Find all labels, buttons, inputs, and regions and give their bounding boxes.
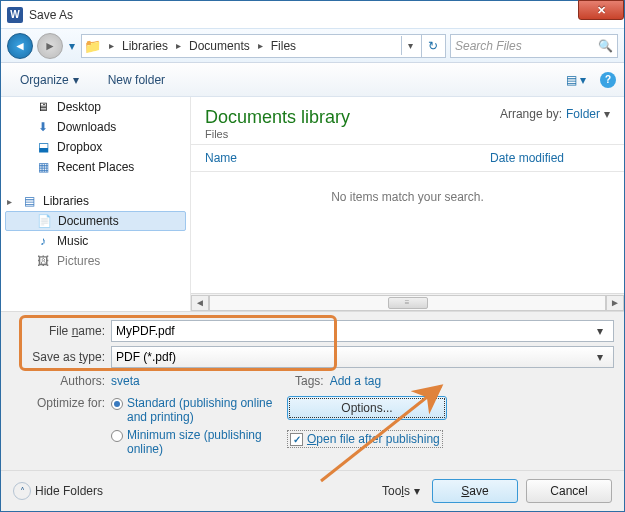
save-as-type-label: Save as type: (11, 350, 111, 364)
chevron-down-icon[interactable]: ▾ (591, 324, 609, 338)
dropbox-icon: ⬓ (35, 140, 51, 154)
checkbox-icon: ✓ (290, 433, 303, 446)
pictures-icon: 🖼 (35, 254, 51, 268)
save-form: File name: MyPDF.pdf ▾ Save as type: PDF… (1, 311, 624, 470)
tags-label: Tags: (280, 374, 330, 388)
documents-icon: 📄 (36, 214, 52, 228)
new-folder-button[interactable]: New folder (108, 73, 165, 87)
filename-label: File name: (11, 324, 111, 338)
open-after-publishing-checkbox[interactable]: ✓ Open file after publishing (287, 430, 443, 448)
organize-button[interactable]: Organize ▾ (9, 68, 90, 92)
save-as-dialog: W Save As ✕ ◄ ► ▾ 📁 ▸ Libraries ▸ Docume… (0, 0, 625, 512)
sidebar-item-documents[interactable]: 📄Documents (5, 211, 186, 231)
tags-value[interactable]: Add a tag (330, 374, 381, 388)
scroll-left-button[interactable]: ◄ (191, 295, 209, 311)
authors-value[interactable]: sveta (111, 374, 140, 388)
expand-icon[interactable]: ▸ (7, 196, 12, 207)
optimize-for-label: Optimize for: (11, 396, 111, 460)
sidebar-item-downloads[interactable]: ⬇Downloads (1, 117, 190, 137)
chevron-up-icon: ˄ (13, 482, 31, 500)
address-dropdown-icon[interactable]: ▾ (401, 36, 419, 55)
help-button[interactable]: ? (600, 72, 616, 88)
toolbar: Organize ▾ New folder ▤ ▾ ? (1, 63, 624, 97)
column-name[interactable]: Name (205, 151, 490, 165)
sidebar-group-libraries[interactable]: ▸▤Libraries (1, 191, 190, 211)
cancel-button[interactable]: Cancel (526, 479, 612, 503)
dialog-footer: ˄ Hide Folders Tools ▾ Save Cancel (1, 470, 624, 511)
scroll-thumb[interactable]: ≡ (388, 297, 428, 309)
desktop-icon: 🖥 (35, 100, 51, 114)
window-title: Save As (29, 8, 73, 22)
history-dropdown-icon[interactable]: ▾ (69, 39, 75, 53)
horizontal-scrollbar[interactable]: ◄ ≡ ► (191, 293, 624, 311)
tools-dropdown[interactable]: Tools ▾ (382, 484, 420, 498)
chevron-down-icon: ▾ (414, 484, 420, 498)
scroll-right-button[interactable]: ► (606, 295, 624, 311)
radio-icon (111, 398, 123, 410)
search-input[interactable]: Search Files 🔍 (450, 34, 618, 58)
chevron-down-icon[interactable]: ▾ (591, 350, 609, 364)
column-headers[interactable]: Name Date modified (191, 145, 624, 172)
optimize-standard-radio[interactable]: Standard (publishing online and printing… (111, 396, 277, 424)
view-options-button[interactable]: ▤ ▾ (566, 73, 586, 87)
word-app-icon: W (7, 7, 23, 23)
navigation-sidebar: 🖥Desktop ⬇Downloads ⬓Dropbox ▦Recent Pla… (1, 97, 191, 311)
libraries-icon: ▤ (21, 194, 37, 208)
title-bar: W Save As ✕ (1, 1, 624, 29)
breadcrumb-libraries[interactable]: Libraries (120, 39, 170, 53)
recent-places-icon: ▦ (35, 160, 51, 174)
sidebar-item-pictures[interactable]: 🖼Pictures (1, 251, 190, 271)
sidebar-item-music[interactable]: ♪Music (1, 231, 190, 251)
chevron-down-icon: ▾ (73, 73, 79, 87)
breadcrumb-separator-icon[interactable]: ▸ (105, 40, 118, 51)
downloads-icon: ⬇ (35, 120, 51, 134)
column-date-modified[interactable]: Date modified (490, 151, 610, 165)
breadcrumb-separator-icon[interactable]: ▸ (254, 40, 267, 51)
file-list-area: Documents library Files Arrange by: Fold… (191, 97, 624, 311)
authors-label: Authors: (11, 374, 111, 388)
breadcrumb-documents[interactable]: Documents (187, 39, 252, 53)
chevron-down-icon: ▾ (604, 107, 610, 121)
optimize-minimum-radio[interactable]: Minimum size (publishing online) (111, 428, 277, 456)
library-title: Documents library (205, 107, 350, 128)
save-as-type-dropdown[interactable]: PDF (*.pdf) ▾ (111, 346, 614, 368)
sidebar-item-recent-places[interactable]: ▦Recent Places (1, 157, 190, 177)
save-button[interactable]: Save (432, 479, 518, 503)
radio-icon (111, 430, 123, 442)
close-icon: ✕ (597, 4, 606, 17)
folder-icon: 📁 (84, 38, 101, 54)
navigation-bar: ◄ ► ▾ 📁 ▸ Libraries ▸ Documents ▸ Files … (1, 29, 624, 63)
refresh-button[interactable]: ↻ (421, 35, 443, 57)
library-subtitle: Files (205, 128, 350, 140)
sidebar-item-dropbox[interactable]: ⬓Dropbox (1, 137, 190, 157)
music-icon: ♪ (35, 234, 51, 248)
sidebar-item-desktop[interactable]: 🖥Desktop (1, 97, 190, 117)
breadcrumb-files[interactable]: Files (269, 39, 298, 53)
back-button[interactable]: ◄ (7, 33, 33, 59)
forward-button[interactable]: ► (37, 33, 63, 59)
empty-message: No items match your search. (191, 172, 624, 293)
arrange-by-control[interactable]: Arrange by: Folder ▾ (500, 107, 610, 121)
address-bar[interactable]: 📁 ▸ Libraries ▸ Documents ▸ Files ▾ ↻ (81, 34, 446, 58)
close-button[interactable]: ✕ (578, 0, 624, 20)
filename-input[interactable]: MyPDF.pdf ▾ (111, 320, 614, 342)
hide-folders-button[interactable]: ˄ Hide Folders (13, 482, 103, 500)
search-icon: 🔍 (598, 39, 613, 53)
options-button[interactable]: Options... (287, 396, 447, 420)
breadcrumb-separator-icon[interactable]: ▸ (172, 40, 185, 51)
search-placeholder: Search Files (455, 39, 522, 53)
